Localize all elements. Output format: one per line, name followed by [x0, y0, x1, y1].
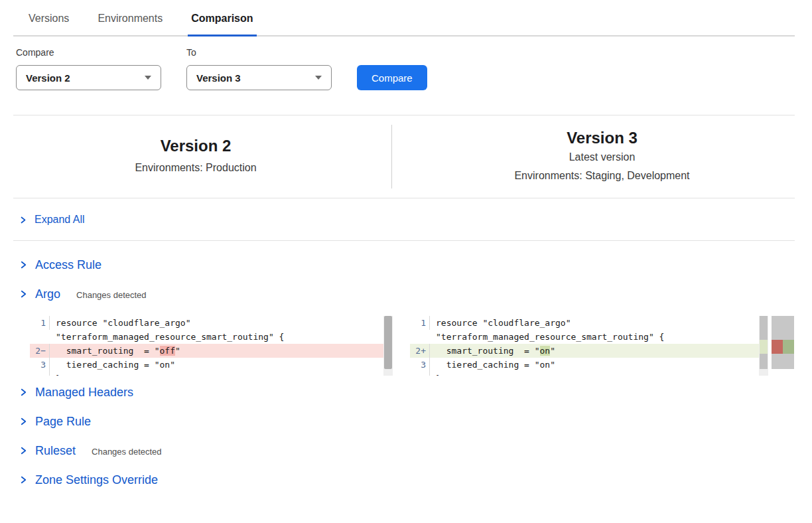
diff-line: 4}	[30, 372, 393, 376]
scrollbar-thumb[interactable]	[384, 316, 392, 369]
line-number: 4	[410, 372, 430, 376]
version-left-column: Version 2 Environments: Production	[0, 136, 391, 177]
version-left-environments: Environments: Production	[135, 159, 256, 177]
section-access-rule[interactable]: Access Rule	[19, 258, 812, 272]
section-label: Ruleset	[35, 444, 76, 458]
code-text: resource "cloudflare_argo"	[430, 316, 571, 330]
chevron-right-icon	[19, 260, 28, 269]
code-text: tiered_caching = "on"	[430, 358, 555, 372]
chevron-right-icon	[19, 475, 28, 485]
line-number: 2−	[30, 344, 50, 358]
scrollbar-segment	[760, 354, 768, 369]
code-text: smart_routing = "off"	[50, 344, 180, 358]
overview-change-band	[772, 340, 794, 354]
scrollbar-right[interactable]	[759, 316, 768, 376]
line-number: 3	[30, 358, 50, 372]
line-number: 1	[410, 316, 430, 330]
tab-versions[interactable]: Versions	[27, 13, 71, 35]
line-number: 2+	[410, 344, 430, 358]
scrollbar-added-segment	[760, 340, 768, 354]
section-label: Zone Settings Override	[35, 473, 158, 487]
chevron-right-icon	[19, 216, 27, 224]
diff-line: 1resource "cloudflare_argo"	[410, 316, 768, 330]
line-number: 1	[30, 316, 50, 330]
diff-line: 3 tiered_caching = "on"	[410, 358, 768, 372]
version-left-title: Version 2	[161, 136, 232, 156]
chevron-down-icon	[145, 76, 151, 80]
diff-panel-left: 1resource "cloudflare_argo""terraform_ma…	[30, 316, 393, 376]
compare-field: Compare Version 2	[16, 47, 161, 90]
code-text: "terraform_managed_resource_smart_routin…	[50, 330, 284, 344]
diff-line: 3 tiered_caching = "on"	[30, 358, 393, 372]
section-managed-headers[interactable]: Managed Headers	[19, 385, 812, 400]
tab-bar: Versions Environments Comparison	[13, 0, 795, 37]
diff-line: 4}	[410, 372, 768, 376]
diff-code-left: 1resource "cloudflare_argo""terraform_ma…	[30, 316, 393, 376]
diff-code-right: 1resource "cloudflare_argo""terraform_ma…	[410, 316, 768, 376]
diff-line: 2− smart_routing = "off"	[30, 344, 393, 358]
compare-controls: Compare Version 2 To Version 3 Compare	[0, 37, 812, 90]
section-label: Page Rule	[35, 415, 91, 429]
expand-all-button[interactable]: Expand All	[0, 198, 812, 240]
section-argo[interactable]: Argo Changes detected	[19, 287, 812, 301]
chevron-right-icon	[19, 446, 28, 455]
chevron-right-icon	[19, 289, 28, 299]
section-ruleset[interactable]: Ruleset Changes detected	[19, 443, 812, 458]
section-label: Managed Headers	[35, 386, 133, 400]
diff-line: "terraform_managed_resource_smart_routin…	[30, 330, 393, 344]
compare-button[interactable]: Compare	[357, 65, 427, 90]
compare-from-value: Version 2	[26, 72, 70, 84]
overview-context-block	[772, 316, 794, 340]
section-label: Argo	[35, 287, 60, 301]
code-text: tiered_caching = "on"	[50, 358, 175, 372]
code-text: }	[50, 372, 61, 376]
code-text: }	[430, 372, 441, 376]
diff-panel-right: 1resource "cloudflare_argo""terraform_ma…	[410, 316, 768, 376]
compare-to-select[interactable]: Version 3	[186, 65, 332, 90]
resource-sections: Access Rule Argo Changes detected 1resou…	[0, 241, 812, 487]
overview-context-block	[772, 354, 794, 369]
overview-removed-block	[772, 340, 783, 354]
code-text: resource "cloudflare_argo"	[50, 316, 191, 330]
code-text: "terraform_managed_resource_smart_routin…	[430, 330, 664, 344]
diff-line: "terraform_managed_resource_smart_routin…	[410, 330, 768, 344]
line-number: 4	[30, 372, 50, 376]
to-field: To Version 3	[186, 47, 332, 90]
diff-line: 1resource "cloudflare_argo"	[30, 316, 393, 330]
line-number	[410, 330, 430, 344]
to-label: To	[186, 47, 332, 58]
chevron-down-icon	[315, 76, 322, 80]
version-right-environments: Environments: Staging, Development	[514, 167, 689, 185]
overview-added-block	[783, 340, 794, 354]
version-headers: Version 2 Environments: Production Versi…	[0, 115, 812, 198]
chevron-right-icon	[19, 417, 28, 426]
version-right-title: Version 3	[567, 128, 638, 148]
line-number: 3	[410, 358, 430, 372]
tab-comparison[interactable]: Comparison	[189, 13, 255, 35]
compare-from-select[interactable]: Version 2	[16, 65, 161, 90]
scrollbar-segment	[760, 316, 768, 340]
chevron-right-icon	[19, 388, 28, 397]
compare-label: Compare	[16, 47, 161, 58]
line-number	[30, 330, 50, 344]
expand-all-label: Expand All	[34, 214, 85, 226]
code-text: smart_routing = "on"	[430, 344, 555, 358]
diff-overview-ruler[interactable]	[772, 316, 794, 376]
changes-detected-badge: Changes detected	[92, 445, 162, 457]
section-page-rule[interactable]: Page Rule	[19, 414, 812, 429]
argo-diff: 1resource "cloudflare_argo""terraform_ma…	[30, 316, 812, 376]
tab-environments[interactable]: Environments	[96, 13, 165, 35]
diff-line: 2+ smart_routing = "on"	[410, 344, 768, 358]
version-right-column: Version 3 Latest version Environments: S…	[392, 128, 812, 185]
scrollbar-left[interactable]	[383, 316, 393, 376]
section-label: Access Rule	[35, 258, 102, 272]
version-right-latest: Latest version	[569, 148, 636, 167]
compare-to-value: Version 3	[196, 72, 241, 84]
changes-detected-badge: Changes detected	[76, 289, 147, 300]
section-zone-settings-override[interactable]: Zone Settings Override	[19, 473, 812, 487]
